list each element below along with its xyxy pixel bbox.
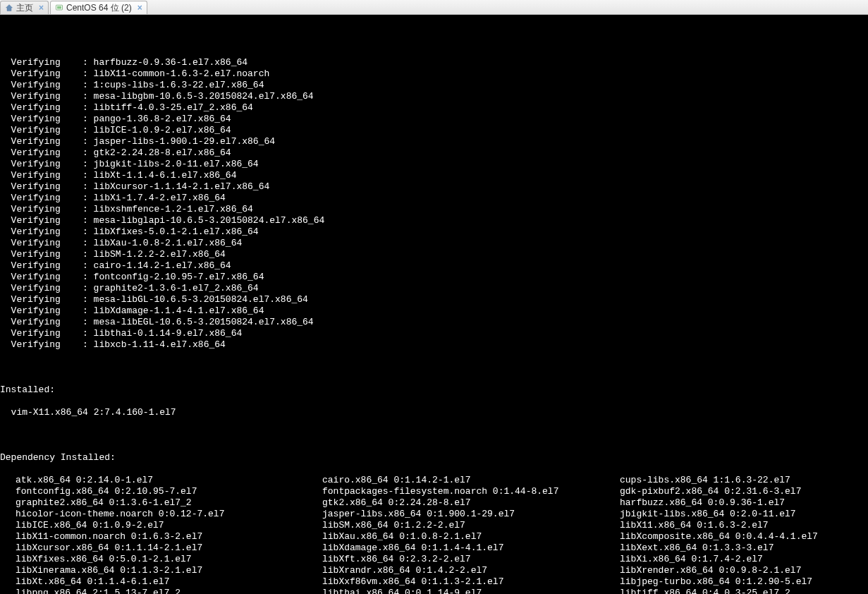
verify-line: Verifying : gtk2-2.24.28-8.el7.x86_64 (0, 147, 868, 159)
verify-line: Verifying : mesa-libgbm-10.6.5-3.2015082… (0, 91, 868, 102)
dep-col-2: cairo.x86_64 0:1.14.2-1.el7 fontpackages… (322, 475, 620, 594)
verify-line: Verifying : libxcb-1.11-4.el7.x86_64 (0, 339, 868, 351)
close-icon[interactable]: × (36, 3, 44, 13)
verify-line: Verifying : libthai-0.1.14-9.el7.x86_64 (0, 328, 868, 339)
verify-line: Verifying : libX11-common-1.6.3-2.el7.no… (0, 68, 868, 80)
tab-home-label: 主页 (16, 2, 33, 14)
verify-line: Verifying : mesa-libGL-10.6.5-3.20150824… (0, 294, 868, 305)
verify-line: Verifying : jbigkit-libs-2.0-11.el7.x86_… (0, 159, 868, 170)
verify-line: Verifying : libxshmfence-1.2-1.el7.x86_6… (0, 204, 868, 215)
terminal[interactable]: Verifying : harfbuzz-0.9.36-1.el7.x86_64… (0, 15, 868, 594)
verify-line: Verifying : fontconfig-2.10.95-7.el7.x86… (0, 272, 868, 283)
verify-line: Verifying : libXfixes-5.0.1-2.1.el7.x86_… (0, 226, 868, 238)
verify-line: Verifying : jasper-libs-1.900.1-29.el7.x… (0, 136, 868, 147)
verify-line: Verifying : libXcursor-1.1.14-2.1.el7.x8… (0, 181, 868, 193)
dependency-columns: atk.x86_64 0:2.14.0-1.el7 fontconfig.x86… (0, 475, 868, 594)
blank-line (0, 430, 868, 441)
home-icon (5, 4, 13, 12)
dep-header: Dependency Installed: (0, 452, 868, 463)
verifying-list: Verifying : harfbuzz-0.9.36-1.el7.x86_64… (0, 28, 868, 351)
close-icon[interactable]: × (135, 3, 142, 13)
svg-rect-1 (57, 6, 61, 9)
verify-line: Verifying : mesa-libEGL-10.6.5-3.2015082… (0, 317, 868, 328)
installed-pkg-text: vim-X11.x86_64 2:7.4.160-1.el7 (11, 407, 176, 418)
blank-line (0, 362, 868, 373)
verify-line: Verifying : libSM-1.2.2-2.el7.x86_64 (0, 249, 868, 260)
verify-line: Verifying : libXdamage-1.1.4-4.1.el7.x86… (0, 305, 868, 317)
installed-header: Installed: (0, 384, 868, 396)
verify-line: Verifying : libXau-1.0.8-2.1.el7.x86_64 (0, 238, 868, 249)
installed-pkg: vim-X11.x86_64 2:7.4.160-1.el7 (0, 407, 868, 418)
tab-bar: 主页 × CentOS 64 位 (2) × (0, 0, 868, 15)
vm-icon (55, 4, 63, 12)
tab-home[interactable]: 主页 × (0, 1, 49, 14)
tab-vm[interactable]: CentOS 64 位 (2) × (50, 1, 147, 14)
verify-line: Verifying : pango-1.36.8-2.el7.x86_64 (0, 114, 868, 125)
verify-line: Verifying : libtiff-4.0.3-25.el7_2.x86_6… (0, 102, 868, 114)
verify-line: Verifying : mesa-libglapi-10.6.5-3.20150… (0, 215, 868, 226)
verify-line: Verifying : libXi-1.7.4-2.el7.x86_64 (0, 193, 868, 204)
dep-col-1: atk.x86_64 0:2.14.0-1.el7 fontconfig.x86… (0, 475, 322, 594)
dep-col-3: cups-libs.x86_64 1:1.6.3-22.el7 gdk-pixb… (620, 475, 868, 594)
verify-line: Verifying : libXt-1.1.4-6.1.el7.x86_64 (0, 170, 868, 181)
verify-line: Verifying : 1:cups-libs-1.6.3-22.el7.x86… (0, 80, 868, 91)
verify-line: Verifying : libICE-1.0.9-2.el7.x86_64 (0, 125, 868, 136)
verify-line: Verifying : graphite2-1.3.6-1.el7_2.x86_… (0, 283, 868, 294)
verify-line: Verifying : harfbuzz-0.9.36-1.el7.x86_64 (0, 57, 868, 68)
tab-vm-label: CentOS 64 位 (2) (66, 2, 132, 14)
verify-line: Verifying : cairo-1.14.2-1.el7.x86_64 (0, 260, 868, 272)
